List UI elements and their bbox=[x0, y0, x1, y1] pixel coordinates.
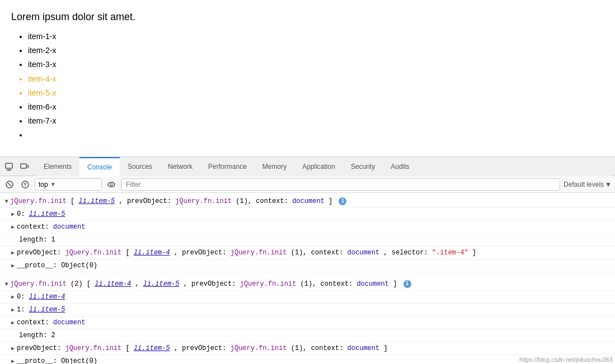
page-content: Lorem ipsum dolor sit amet. item-1-x ite… bbox=[0, 0, 615, 157]
expand-arrow-2[interactable]: ▶ bbox=[2, 282, 11, 286]
page-title: Lorem ipsum dolor sit amet. bbox=[11, 11, 604, 23]
console-output: ▶ jQuery.fn.init [ li.item-5 , prevObjec… bbox=[0, 193, 615, 364]
expand-arrow-1-proto[interactable]: ▶ bbox=[11, 262, 15, 270]
expand-arrow-2-proto[interactable]: ▶ bbox=[11, 357, 15, 364]
list-item-7: item-7-x bbox=[28, 114, 604, 128]
url-watermark: https://blog.csdn.net/jiduochou363 bbox=[519, 356, 613, 363]
console-line-1-context[interactable]: ▶ context: document bbox=[0, 221, 615, 234]
console-line-2-1[interactable]: ▶ 1: li.item-5 bbox=[0, 304, 615, 316]
svg-rect-0 bbox=[6, 163, 12, 168]
tab-memory[interactable]: Memory bbox=[255, 157, 294, 176]
expand-arrow-1[interactable]: ▶ bbox=[2, 200, 11, 203]
console-line-2-prevobject[interactable]: ▶ prevObject: jQuery.fn.init [ li.item-5… bbox=[0, 342, 615, 355]
eye-button[interactable] bbox=[105, 178, 118, 191]
console-spacer bbox=[0, 272, 615, 278]
item-list: item-1-x item-2-x item-3-x item-4-x item… bbox=[11, 30, 604, 143]
svg-point-10 bbox=[108, 182, 115, 187]
filter-input[interactable] bbox=[121, 178, 560, 191]
tab-audits[interactable]: Audits bbox=[383, 157, 417, 176]
expand-arrow-1-prev[interactable]: ▶ bbox=[11, 249, 15, 257]
devtools-tabs: Elements Console Sources Network Perform… bbox=[36, 157, 613, 176]
svg-rect-2 bbox=[21, 164, 26, 168]
expand-arrow-2-1[interactable]: ▶ bbox=[11, 306, 15, 314]
tab-application[interactable]: Application bbox=[294, 157, 343, 176]
context-selector[interactable]: top ▼ bbox=[35, 178, 102, 191]
filter-button[interactable] bbox=[19, 178, 31, 191]
svg-rect-1 bbox=[7, 169, 11, 171]
inspect-element-button[interactable] bbox=[2, 160, 16, 173]
console-line-2[interactable]: ▶ jQuery.fn.init (2) [ li.item-4 , li.it… bbox=[0, 278, 615, 291]
console-line-1-proto[interactable]: ▶ __proto__: Object(0) bbox=[0, 259, 615, 272]
console-line-1-prevobject[interactable]: ▶ prevObject: jQuery.fn.init [ li.item-4… bbox=[0, 247, 615, 259]
default-levels-dropdown[interactable]: Default levels ▼ bbox=[564, 181, 612, 188]
tab-performance[interactable]: Performance bbox=[200, 157, 255, 176]
list-item-2: item-2-x bbox=[28, 44, 604, 58]
svg-rect-3 bbox=[27, 165, 29, 168]
console-line-1[interactable]: ▶ jQuery.fn.init [ li.item-5 , prevObjec… bbox=[0, 195, 615, 208]
expand-arrow-2-ctx[interactable]: ▶ bbox=[11, 319, 15, 327]
console-line-2-length: length: 2 bbox=[0, 329, 615, 342]
toolbar-icons bbox=[2, 160, 31, 173]
console-toolbar: top ▼ Default levels ▼ bbox=[0, 176, 615, 193]
devtools-top-toolbar: Elements Console Sources Network Perform… bbox=[0, 157, 615, 176]
console-line-2-0[interactable]: ▶ 0: li.item-4 bbox=[0, 291, 615, 304]
tab-elements[interactable]: Elements bbox=[36, 157, 79, 176]
devtools-panel: Elements Console Sources Network Perform… bbox=[0, 157, 615, 364]
expand-arrow-1-ctx[interactable]: ▶ bbox=[11, 223, 15, 231]
list-item-3: item-3-x bbox=[28, 58, 604, 72]
tab-security[interactable]: Security bbox=[343, 157, 383, 176]
default-levels-arrow: ▼ bbox=[605, 181, 612, 188]
expand-arrow-1-0[interactable]: ▶ bbox=[11, 210, 15, 219]
console-line-2-context[interactable]: ▶ context: document bbox=[0, 316, 615, 329]
console-line-1-0[interactable]: ▶ 0: li.item-5 bbox=[0, 208, 615, 221]
list-item-8 bbox=[28, 128, 604, 142]
tab-network[interactable]: Network bbox=[160, 157, 200, 176]
device-toolbar-button[interactable] bbox=[18, 160, 31, 173]
list-item-1: item-1-x bbox=[28, 30, 604, 44]
list-item-5: item-5-x bbox=[28, 86, 604, 100]
tab-console[interactable]: Console bbox=[79, 157, 120, 176]
list-item-4: item-4-x bbox=[28, 72, 604, 86]
svg-point-11 bbox=[110, 183, 112, 186]
console-line-1-length: length: 1 bbox=[0, 234, 615, 247]
context-selector-value: top bbox=[39, 181, 48, 188]
info-icon-1: i bbox=[339, 197, 346, 205]
clear-console-button[interactable] bbox=[3, 178, 16, 191]
expand-arrow-2-prev[interactable]: ▶ bbox=[11, 344, 15, 353]
default-levels-label: Default levels bbox=[564, 181, 604, 188]
svg-line-5 bbox=[8, 183, 11, 186]
expand-arrow-2-0[interactable]: ▶ bbox=[11, 293, 15, 301]
list-item-6: item-6-x bbox=[28, 100, 604, 114]
context-selector-arrow: ▼ bbox=[50, 181, 56, 187]
info-icon-2: i bbox=[403, 280, 411, 288]
tab-sources[interactable]: Sources bbox=[120, 157, 160, 176]
